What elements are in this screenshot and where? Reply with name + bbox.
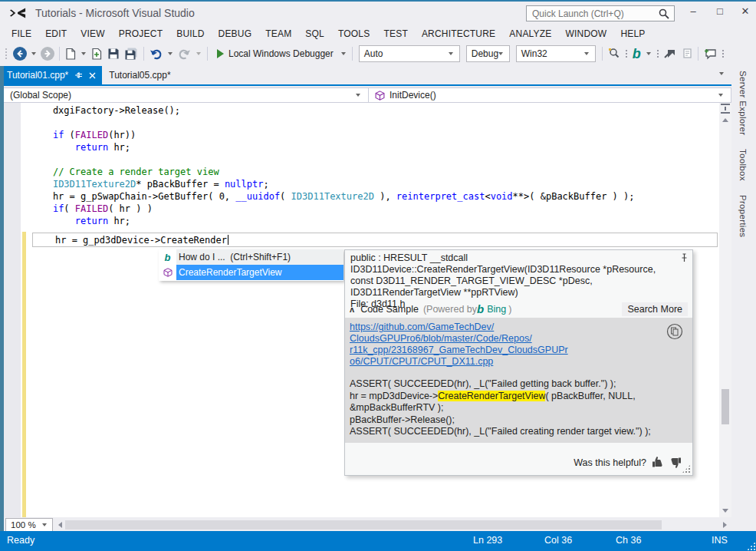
zoom-dropdown[interactable]: 100 % (5, 518, 53, 532)
menu-help[interactable]: HELP (613, 25, 652, 43)
navigate-forward-button[interactable] (41, 47, 54, 61)
menu-edit[interactable]: EDIT (38, 25, 74, 43)
code-line[interactable]: if (FAILED(hr)) (31, 129, 635, 141)
menu-debug[interactable]: DEBUG (212, 25, 259, 43)
vertical-scrollbar[interactable] (719, 103, 731, 517)
close-tab-icon[interactable] (89, 72, 96, 79)
scroll-left-icon[interactable] (58, 522, 62, 528)
platform-combo-caret-icon[interactable] (584, 52, 589, 55)
watch-combo-caret-icon[interactable] (449, 52, 453, 55)
breakpoint-margin[interactable] (4, 103, 21, 517)
menu-analyze[interactable]: ANALYZE (502, 25, 558, 43)
side-tab-server-explorer[interactable]: Server Explorer (738, 69, 748, 137)
debugger-dropdown-icon[interactable] (341, 52, 346, 55)
horizontal-scroll-thumb[interactable] (65, 520, 662, 530)
menu-view[interactable]: VIEW (74, 25, 111, 43)
add-item-button[interactable] (91, 48, 103, 60)
sample-source-link[interactable]: https://github.com/GameTechDev/CloudsGPU… (350, 322, 692, 368)
menu-team[interactable]: TEAM (258, 25, 298, 43)
vertical-scroll-thumb[interactable] (721, 389, 729, 424)
pin-icon[interactable] (74, 71, 83, 79)
toolbar-grip[interactable] (5, 48, 8, 60)
new-file-dropdown-icon[interactable] (81, 52, 86, 55)
scroll-right-icon[interactable] (723, 522, 727, 528)
toolbar-overflow-icon[interactable] (625, 49, 628, 58)
scroll-down-icon[interactable] (722, 509, 728, 513)
code-line[interactable]: dxgiFactory->Release(); (31, 104, 635, 117)
code-line[interactable]: // Create a render target view (31, 166, 635, 178)
code-line[interactable]: ID3D11Texture2D* pBackBuffer = nullptr; (31, 178, 635, 190)
copy-code-icon[interactable] (666, 323, 683, 340)
zoom-caret-icon[interactable] (42, 523, 47, 526)
current-line[interactable]: hr = g_pd3dDevice->CreateRender (32, 233, 718, 247)
new-file-button[interactable] (65, 48, 76, 60)
scope-dropdown-caret-icon[interactable] (356, 94, 360, 97)
undo-dropdown-icon[interactable] (168, 52, 173, 55)
side-tab-toolbox[interactable]: Toolbox (738, 147, 748, 183)
member-dropdown[interactable]: InitDevice() (369, 88, 731, 102)
side-tab-properties[interactable]: Properties (738, 193, 748, 239)
menu-tools[interactable]: TOOLS (331, 25, 376, 43)
toolbar-overflow-icon[interactable] (656, 49, 659, 58)
copy-parent-button[interactable] (681, 48, 692, 60)
code-line[interactable]: return hr; (31, 215, 635, 227)
code-line[interactable]: hr = g_pSwapChain->GetBuffer( 0, __uuido… (31, 190, 635, 203)
thumbs-down-icon[interactable] (669, 457, 682, 468)
platform-combo[interactable]: Win32 (516, 45, 596, 62)
scope-dropdown[interactable]: (Global Scope) (1, 88, 369, 102)
code-line[interactable] (31, 117, 635, 129)
navigate-back-dropdown-icon[interactable] (31, 52, 36, 55)
menu-file[interactable]: FILE (5, 25, 38, 43)
search-icon[interactable] (658, 8, 670, 20)
menu-window[interactable]: WINDOW (559, 25, 614, 43)
horizontal-scrollbar[interactable] (56, 519, 731, 532)
configuration-combo[interactable]: Debug (466, 45, 510, 62)
window-resize-grip[interactable] (747, 542, 755, 550)
tab-overflow-icon[interactable] (719, 72, 724, 75)
maximize-button[interactable]: □ (708, 2, 731, 21)
completion-item[interactable]: CreateRenderTargetView (159, 265, 343, 280)
minimize-button[interactable]: – (682, 2, 705, 21)
tab-tutorial05[interactable]: Tutorial05.cpp* (102, 66, 176, 84)
watch-combo[interactable]: Auto (359, 45, 460, 62)
link-line[interactable]: CloudsGPUPro6/blob/master/Code/Repos/ (350, 333, 692, 345)
menu-build[interactable]: BUILD (169, 25, 211, 43)
new-comment-button[interactable] (704, 48, 717, 60)
collapse-chevron-icon[interactable]: ᴧ (350, 305, 354, 314)
navigate-to-button[interactable] (664, 48, 676, 59)
scroll-up-icon[interactable] (722, 118, 728, 122)
navigate-back-button[interactable] (13, 47, 27, 61)
start-debug-icon[interactable] (217, 49, 224, 58)
redo-button[interactable] (178, 48, 191, 60)
quick-launch-input[interactable] (527, 8, 658, 19)
redo-dropdown-icon[interactable] (196, 52, 201, 55)
pin-icon[interactable] (680, 253, 689, 262)
toolbar-overflow-icon[interactable] (721, 49, 725, 58)
menu-sql[interactable]: SQL (298, 25, 331, 43)
search-more-link[interactable]: Search More (622, 302, 688, 316)
configuration-combo-caret-icon[interactable] (498, 52, 503, 55)
code-line[interactable]: if( FAILED( hr ) ) (31, 203, 635, 215)
member-dropdown-caret-icon[interactable] (718, 94, 723, 97)
bing-search-icon[interactable]: b (633, 47, 641, 61)
menu-architecture[interactable]: ARCHITECTURE (415, 25, 502, 43)
find-in-files-button[interactable] (608, 48, 620, 60)
split-editor-handle[interactable] (721, 104, 730, 114)
menu-project[interactable]: PROJECT (112, 25, 169, 43)
bing-dropdown-icon[interactable] (646, 52, 651, 55)
quick-launch-box[interactable] (526, 5, 675, 21)
code-line[interactable]: return hr; (31, 141, 635, 153)
menu-test[interactable]: TEST (376, 25, 414, 43)
debugger-target-label[interactable]: Local Windows Debugger (228, 48, 334, 59)
tooltip-resize-grip[interactable] (682, 464, 691, 473)
undo-button[interactable] (150, 48, 163, 60)
tab-tutorial01[interactable]: Tutorial01.cpp* (0, 66, 102, 84)
completion-item[interactable]: bHow do I ... (Ctrl+Shift+F1) (159, 249, 343, 265)
code-line[interactable] (31, 153, 635, 166)
save-button[interactable] (107, 48, 120, 60)
link-line[interactable]: o6/CPUT/CPUT/CPUT_DX11.cpp (350, 356, 692, 368)
link-line[interactable]: https://github.com/GameTechDev/ (350, 322, 692, 333)
link-line[interactable]: r11k_cpp/23168967_GameTechDev_CloudsGPUP… (350, 345, 692, 356)
save-all-button[interactable] (124, 48, 138, 60)
close-button[interactable]: ✕ (734, 2, 756, 21)
